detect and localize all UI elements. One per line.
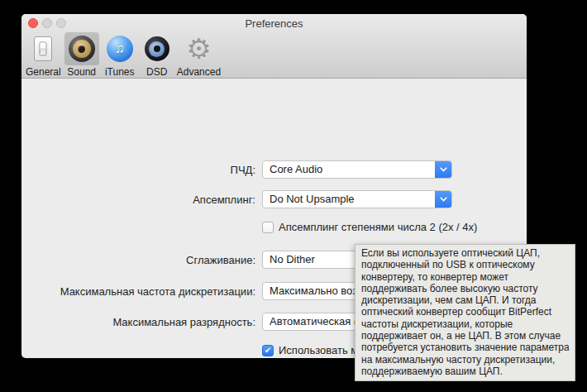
toolbar-item-label: Advanced xyxy=(177,66,221,78)
tooltip-line: конвертеру, то конвертер может xyxy=(361,271,569,283)
checkbox-label: Использовать м xyxy=(279,344,358,356)
toolbar-item-label: iTunes xyxy=(105,66,135,78)
tooltip-line: на максимальную частоту дискретизации, xyxy=(361,354,569,366)
dropdown-value: Автоматическая ( xyxy=(270,313,357,330)
tooltip-line: подключенный по USB к оптическому xyxy=(361,259,569,270)
chevron-down-icon xyxy=(435,191,451,208)
toolbar-item-sound[interactable]: Sound xyxy=(64,32,99,78)
music-note-icon: ♫ xyxy=(107,36,133,62)
tooltip-line: поддерживать более высокую частоту xyxy=(361,283,569,294)
checkbox-checked-icon[interactable]: ✔ xyxy=(262,345,274,356)
toolbar-item-general[interactable]: General xyxy=(26,32,61,78)
toolbar-item-label: General xyxy=(26,66,61,78)
toolbar-item-dsd[interactable]: DSD xyxy=(141,32,174,78)
tooltip-line: поддерживаемую вашим ЦАП. xyxy=(361,366,569,377)
zoom-button-icon[interactable] xyxy=(56,18,66,28)
field-label: Максимальная разрядность: xyxy=(21,316,255,328)
titlebar: Preferences xyxy=(21,14,527,32)
row-pchd: ПЧД: Core Audio xyxy=(21,160,527,179)
toolbar-item-label: Sound xyxy=(67,66,96,78)
blue-speaker-icon xyxy=(145,36,169,61)
help-tooltip: Если вы используете оптический ЦАП, подк… xyxy=(355,244,575,381)
tooltip-line: поддерживает он, а не ЦАП. В этом случае xyxy=(361,330,569,342)
checkbox-use-max[interactable]: ✔ Использовать м xyxy=(262,344,358,356)
checkbox-label: Апсемплинг степенями числа 2 (2x / 4x) xyxy=(279,221,477,233)
checkbox-power-of-2-upsampling[interactable]: Апсемплинг степенями числа 2 (2x / 4x) xyxy=(262,221,477,233)
dropdown-value: Core Audio xyxy=(270,161,322,178)
gear-icon: ⚙ xyxy=(186,35,211,63)
close-button-icon[interactable] xyxy=(28,18,38,28)
dropdown-value: Do Not Upsample xyxy=(270,191,355,208)
audio-system-dropdown[interactable]: Core Audio xyxy=(262,160,452,179)
dropdown-value: No Dither xyxy=(270,251,315,268)
toolbar-item-label: DSD xyxy=(146,66,167,78)
field-label: Сглаживание: xyxy=(21,254,255,266)
toolbar-item-itunes[interactable]: ♫ iTunes xyxy=(103,32,137,78)
preferences-toolbar: General Sound ♫ iTunes xyxy=(21,32,527,79)
tooltip-line: дискретизации, чем сам ЦАП. И тогда xyxy=(361,294,569,306)
checkbox-unchecked-icon[interactable] xyxy=(262,222,274,233)
field-label: Максимальная частота дискретизации: xyxy=(21,285,255,298)
tooltip-line: оптический конвертер сообщит BitPerfect xyxy=(361,306,569,318)
window-title: Preferences xyxy=(245,17,303,30)
tooltip-line: частоты дискретизации, которые xyxy=(361,318,569,330)
upsampling-dropdown[interactable]: Do Not Upsample xyxy=(262,190,452,208)
light-switch-icon xyxy=(34,36,52,61)
window-header: Preferences General Sound xyxy=(21,14,527,79)
tooltip-line: Если вы используете оптический ЦАП, xyxy=(361,247,569,259)
minimize-button-icon[interactable] xyxy=(42,18,52,28)
row-upsampling: Апсемплинг: Do Not Upsample xyxy=(21,190,527,208)
field-label: ПЧД: xyxy=(21,164,255,176)
traffic-lights xyxy=(28,18,66,28)
field-label: Апсемплинг: xyxy=(21,194,255,206)
tooltip-line: потребуется установить значение параметр… xyxy=(361,342,569,353)
toolbar-item-advanced[interactable]: ⚙ Advanced xyxy=(177,32,221,78)
speaker-icon xyxy=(69,36,95,62)
chevron-down-icon xyxy=(435,161,451,178)
